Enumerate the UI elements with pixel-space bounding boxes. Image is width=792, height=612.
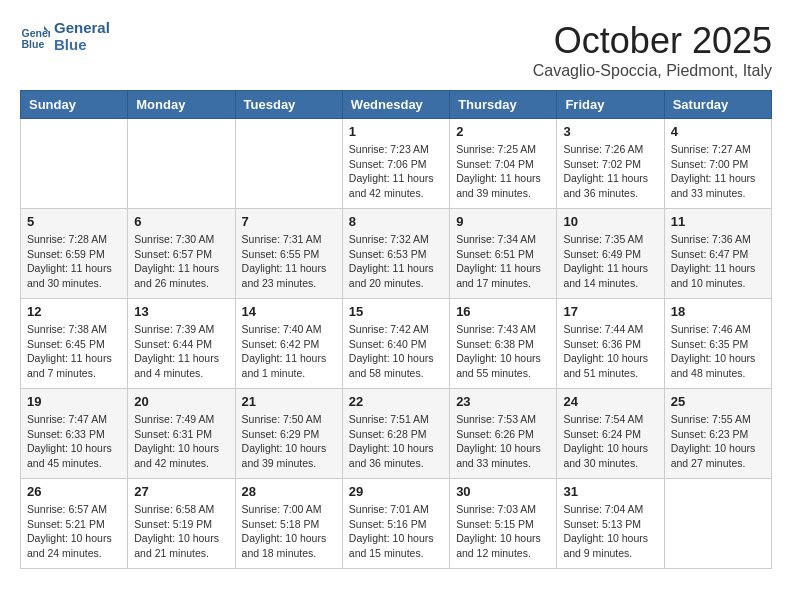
logo-line1: General bbox=[54, 20, 110, 37]
day-info: Sunrise: 7:39 AM Sunset: 6:44 PM Dayligh… bbox=[134, 322, 228, 381]
day-info: Sunrise: 7:40 AM Sunset: 6:42 PM Dayligh… bbox=[242, 322, 336, 381]
day-info: Sunrise: 7:25 AM Sunset: 7:04 PM Dayligh… bbox=[456, 142, 550, 201]
day-number: 10 bbox=[563, 214, 657, 229]
day-number: 27 bbox=[134, 484, 228, 499]
day-number: 12 bbox=[27, 304, 121, 319]
day-number: 8 bbox=[349, 214, 443, 229]
day-info: Sunrise: 7:44 AM Sunset: 6:36 PM Dayligh… bbox=[563, 322, 657, 381]
calendar-cell: 5Sunrise: 7:28 AM Sunset: 6:59 PM Daylig… bbox=[21, 209, 128, 299]
day-info: Sunrise: 7:34 AM Sunset: 6:51 PM Dayligh… bbox=[456, 232, 550, 291]
day-info: Sunrise: 7:47 AM Sunset: 6:33 PM Dayligh… bbox=[27, 412, 121, 471]
location: Cavaglio-Spoccia, Piedmont, Italy bbox=[533, 62, 772, 80]
week-row-2: 5Sunrise: 7:28 AM Sunset: 6:59 PM Daylig… bbox=[21, 209, 772, 299]
header: General Blue General Blue October 2025 C… bbox=[20, 20, 772, 80]
weekday-header-wednesday: Wednesday bbox=[342, 91, 449, 119]
day-info: Sunrise: 7:03 AM Sunset: 5:15 PM Dayligh… bbox=[456, 502, 550, 561]
day-info: Sunrise: 7:35 AM Sunset: 6:49 PM Dayligh… bbox=[563, 232, 657, 291]
weekday-header-sunday: Sunday bbox=[21, 91, 128, 119]
day-info: Sunrise: 7:51 AM Sunset: 6:28 PM Dayligh… bbox=[349, 412, 443, 471]
calendar-cell: 7Sunrise: 7:31 AM Sunset: 6:55 PM Daylig… bbox=[235, 209, 342, 299]
calendar-cell: 3Sunrise: 7:26 AM Sunset: 7:02 PM Daylig… bbox=[557, 119, 664, 209]
calendar-cell: 24Sunrise: 7:54 AM Sunset: 6:24 PM Dayli… bbox=[557, 389, 664, 479]
day-number: 1 bbox=[349, 124, 443, 139]
calendar-cell: 22Sunrise: 7:51 AM Sunset: 6:28 PM Dayli… bbox=[342, 389, 449, 479]
logo: General Blue General Blue bbox=[20, 20, 110, 53]
month-title: October 2025 bbox=[533, 20, 772, 62]
weekday-header-saturday: Saturday bbox=[664, 91, 771, 119]
day-number: 13 bbox=[134, 304, 228, 319]
day-info: Sunrise: 7:04 AM Sunset: 5:13 PM Dayligh… bbox=[563, 502, 657, 561]
week-row-3: 12Sunrise: 7:38 AM Sunset: 6:45 PM Dayli… bbox=[21, 299, 772, 389]
day-number: 23 bbox=[456, 394, 550, 409]
logo-icon: General Blue bbox=[20, 22, 50, 52]
calendar-cell: 10Sunrise: 7:35 AM Sunset: 6:49 PM Dayli… bbox=[557, 209, 664, 299]
day-info: Sunrise: 7:28 AM Sunset: 6:59 PM Dayligh… bbox=[27, 232, 121, 291]
day-info: Sunrise: 7:30 AM Sunset: 6:57 PM Dayligh… bbox=[134, 232, 228, 291]
calendar-cell: 1Sunrise: 7:23 AM Sunset: 7:06 PM Daylig… bbox=[342, 119, 449, 209]
calendar-cell: 18Sunrise: 7:46 AM Sunset: 6:35 PM Dayli… bbox=[664, 299, 771, 389]
svg-text:Blue: Blue bbox=[22, 37, 45, 49]
day-number: 30 bbox=[456, 484, 550, 499]
week-row-4: 19Sunrise: 7:47 AM Sunset: 6:33 PM Dayli… bbox=[21, 389, 772, 479]
day-info: Sunrise: 6:57 AM Sunset: 5:21 PM Dayligh… bbox=[27, 502, 121, 561]
day-info: Sunrise: 7:54 AM Sunset: 6:24 PM Dayligh… bbox=[563, 412, 657, 471]
day-number: 3 bbox=[563, 124, 657, 139]
title-area: October 2025 Cavaglio-Spoccia, Piedmont,… bbox=[533, 20, 772, 80]
day-number: 29 bbox=[349, 484, 443, 499]
day-number: 19 bbox=[27, 394, 121, 409]
calendar-cell: 31Sunrise: 7:04 AM Sunset: 5:13 PM Dayli… bbox=[557, 479, 664, 569]
day-info: Sunrise: 7:36 AM Sunset: 6:47 PM Dayligh… bbox=[671, 232, 765, 291]
day-info: Sunrise: 7:00 AM Sunset: 5:18 PM Dayligh… bbox=[242, 502, 336, 561]
calendar-cell: 25Sunrise: 7:55 AM Sunset: 6:23 PM Dayli… bbox=[664, 389, 771, 479]
day-info: Sunrise: 7:49 AM Sunset: 6:31 PM Dayligh… bbox=[134, 412, 228, 471]
day-info: Sunrise: 7:26 AM Sunset: 7:02 PM Dayligh… bbox=[563, 142, 657, 201]
weekday-header-tuesday: Tuesday bbox=[235, 91, 342, 119]
day-info: Sunrise: 7:46 AM Sunset: 6:35 PM Dayligh… bbox=[671, 322, 765, 381]
calendar-cell bbox=[235, 119, 342, 209]
day-info: Sunrise: 7:42 AM Sunset: 6:40 PM Dayligh… bbox=[349, 322, 443, 381]
calendar-cell: 17Sunrise: 7:44 AM Sunset: 6:36 PM Dayli… bbox=[557, 299, 664, 389]
day-number: 6 bbox=[134, 214, 228, 229]
day-info: Sunrise: 7:50 AM Sunset: 6:29 PM Dayligh… bbox=[242, 412, 336, 471]
day-info: Sunrise: 7:23 AM Sunset: 7:06 PM Dayligh… bbox=[349, 142, 443, 201]
calendar-cell: 16Sunrise: 7:43 AM Sunset: 6:38 PM Dayli… bbox=[450, 299, 557, 389]
day-number: 4 bbox=[671, 124, 765, 139]
calendar-cell: 23Sunrise: 7:53 AM Sunset: 6:26 PM Dayli… bbox=[450, 389, 557, 479]
calendar-cell: 15Sunrise: 7:42 AM Sunset: 6:40 PM Dayli… bbox=[342, 299, 449, 389]
day-number: 14 bbox=[242, 304, 336, 319]
calendar-cell: 12Sunrise: 7:38 AM Sunset: 6:45 PM Dayli… bbox=[21, 299, 128, 389]
day-number: 26 bbox=[27, 484, 121, 499]
calendar-cell: 8Sunrise: 7:32 AM Sunset: 6:53 PM Daylig… bbox=[342, 209, 449, 299]
day-number: 15 bbox=[349, 304, 443, 319]
week-row-5: 26Sunrise: 6:57 AM Sunset: 5:21 PM Dayli… bbox=[21, 479, 772, 569]
calendar-cell: 13Sunrise: 7:39 AM Sunset: 6:44 PM Dayli… bbox=[128, 299, 235, 389]
day-number: 25 bbox=[671, 394, 765, 409]
day-number: 5 bbox=[27, 214, 121, 229]
day-number: 22 bbox=[349, 394, 443, 409]
day-info: Sunrise: 7:01 AM Sunset: 5:16 PM Dayligh… bbox=[349, 502, 443, 561]
day-number: 28 bbox=[242, 484, 336, 499]
day-number: 9 bbox=[456, 214, 550, 229]
day-info: Sunrise: 7:43 AM Sunset: 6:38 PM Dayligh… bbox=[456, 322, 550, 381]
day-number: 2 bbox=[456, 124, 550, 139]
calendar-cell: 26Sunrise: 6:57 AM Sunset: 5:21 PM Dayli… bbox=[21, 479, 128, 569]
calendar-cell: 11Sunrise: 7:36 AM Sunset: 6:47 PM Dayli… bbox=[664, 209, 771, 299]
calendar-cell bbox=[128, 119, 235, 209]
calendar-cell: 20Sunrise: 7:49 AM Sunset: 6:31 PM Dayli… bbox=[128, 389, 235, 479]
day-number: 16 bbox=[456, 304, 550, 319]
calendar-cell bbox=[664, 479, 771, 569]
week-row-1: 1Sunrise: 7:23 AM Sunset: 7:06 PM Daylig… bbox=[21, 119, 772, 209]
calendar-cell: 30Sunrise: 7:03 AM Sunset: 5:15 PM Dayli… bbox=[450, 479, 557, 569]
calendar-cell: 28Sunrise: 7:00 AM Sunset: 5:18 PM Dayli… bbox=[235, 479, 342, 569]
calendar-cell: 6Sunrise: 7:30 AM Sunset: 6:57 PM Daylig… bbox=[128, 209, 235, 299]
day-number: 18 bbox=[671, 304, 765, 319]
weekday-header-friday: Friday bbox=[557, 91, 664, 119]
day-info: Sunrise: 7:55 AM Sunset: 6:23 PM Dayligh… bbox=[671, 412, 765, 471]
calendar: SundayMondayTuesdayWednesdayThursdayFrid… bbox=[20, 90, 772, 569]
day-info: Sunrise: 6:58 AM Sunset: 5:19 PM Dayligh… bbox=[134, 502, 228, 561]
calendar-cell: 21Sunrise: 7:50 AM Sunset: 6:29 PM Dayli… bbox=[235, 389, 342, 479]
day-number: 20 bbox=[134, 394, 228, 409]
day-info: Sunrise: 7:27 AM Sunset: 7:00 PM Dayligh… bbox=[671, 142, 765, 201]
day-number: 17 bbox=[563, 304, 657, 319]
calendar-cell: 29Sunrise: 7:01 AM Sunset: 5:16 PM Dayli… bbox=[342, 479, 449, 569]
